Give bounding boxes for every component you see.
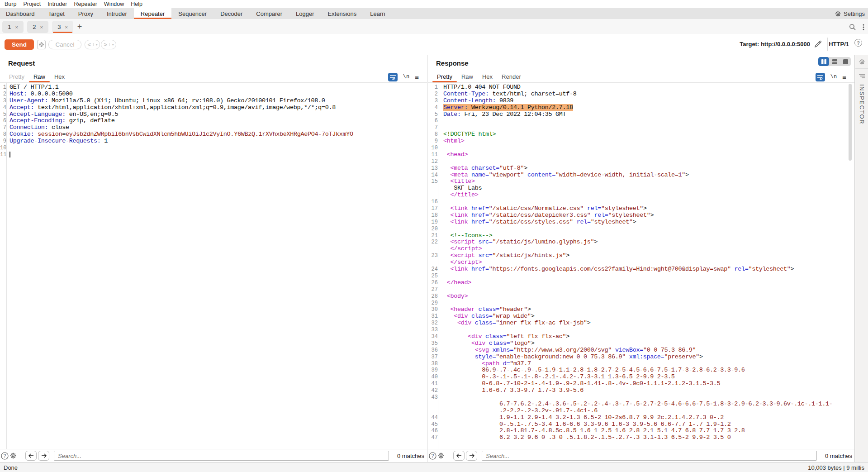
gear-icon [38, 42, 44, 48]
response-panel: ResponsePrettyRawHexRender\n≡1HTTP/1.0 4… [428, 55, 855, 462]
search-next-button[interactable] [466, 451, 477, 461]
menu-help[interactable]: Help [131, 1, 142, 7]
menu-burp[interactable]: Burp [5, 1, 16, 7]
tab-comparer[interactable]: Comparer [249, 8, 289, 19]
tab-target[interactable]: Target [42, 8, 71, 19]
code-line: 28 <body> [428, 293, 854, 300]
view-tabs: PrettyRawHex [5, 71, 69, 82]
inspector-settings-icon[interactable] [859, 58, 865, 65]
code-line: 24 <link href="https://fonts.googleapis.… [428, 266, 854, 273]
inspector-collapse-icon[interactable] [859, 73, 865, 79]
send-button[interactable]: Send [5, 39, 34, 50]
response-editor[interactable]: 1HTTP/1.0 404 NOT FOUND2Content-Type: te… [428, 83, 854, 449]
search-help-icon[interactable]: ? [1, 452, 9, 460]
search-prev-button[interactable] [453, 451, 465, 461]
tab-repeater[interactable]: Repeater [134, 8, 171, 19]
close-tab-icon[interactable]: × [65, 24, 67, 30]
layout-single-button[interactable] [840, 57, 851, 66]
code-line: 29 [428, 300, 854, 307]
menu-repeater[interactable]: Repeater [74, 1, 97, 7]
layout-rows-button[interactable] [829, 57, 840, 66]
search-icon[interactable] [849, 24, 856, 31]
code-line: .2-2.2-.2-3.2v-.91.7-.4c1-.6 [428, 408, 854, 415]
view-tab-render[interactable]: Render [497, 71, 526, 82]
dropdown-arrow-icon: ▼ [109, 43, 116, 46]
tab-decoder[interactable]: Decoder [213, 8, 249, 19]
tab-intruder[interactable]: Intruder [100, 8, 134, 19]
code-line: 9Upgrade-Insecure-Requests: 1 [0, 138, 427, 145]
code-line: 6 [428, 118, 854, 124]
repeater-toolbar: Send Cancel <▼ >▼ Target: http://0.0.0.0… [0, 34, 868, 55]
show-newlines-icon[interactable]: \n [403, 74, 409, 80]
show-newlines-icon[interactable]: \n [830, 74, 837, 80]
svg-text:?: ? [4, 453, 6, 458]
search-input[interactable] [54, 451, 389, 461]
tab-logger[interactable]: Logger [289, 8, 321, 19]
http-version-help-icon[interactable]: ? [854, 39, 862, 47]
word-wrap-icon[interactable] [816, 73, 825, 81]
code-line: 3Content-Length: 9839 [428, 98, 854, 105]
repeater-tab-3[interactable]: 3× [52, 21, 73, 33]
code-line: 18 <link href="/static/css/datepicker3.c… [428, 212, 854, 219]
search-help-icon[interactable]: ? [429, 452, 436, 460]
toolbar-divider [827, 38, 828, 51]
tab-learn[interactable]: Learn [363, 8, 392, 19]
tab-dashboard[interactable]: Dashboard [0, 8, 42, 19]
tab-sequencer[interactable]: Sequencer [171, 8, 213, 19]
code-line: 14 <meta name="viewport" content="width=… [428, 172, 854, 179]
search-bar: ?0 matches [428, 449, 854, 462]
more-menu-icon[interactable] [863, 24, 864, 31]
code-line: 17 <link href="/static/css/Normalize.css… [428, 205, 854, 212]
send-settings-button[interactable] [37, 40, 46, 49]
status-bar: Done 10,003 bytes | 9 millis [0, 462, 868, 472]
tab-extensions[interactable]: Extensions [321, 8, 364, 19]
scrollbar-thumb[interactable] [849, 84, 852, 161]
settings-button[interactable]: Settings [835, 8, 868, 19]
editor-menu-icon[interactable]: ≡ [842, 73, 846, 81]
close-tab-icon[interactable]: × [40, 24, 43, 30]
gear-icon [835, 10, 841, 17]
search-next-button[interactable] [38, 451, 49, 461]
repeater-tab-2[interactable]: 2× [27, 21, 48, 33]
prev-request-button[interactable]: <▼ [85, 40, 100, 49]
code-line: 10 [428, 145, 854, 152]
search-settings-icon[interactable] [9, 452, 17, 459]
code-line: 13 <meta charset="utf-8"> [428, 165, 854, 172]
word-wrap-icon[interactable] [388, 73, 398, 81]
menu-window[interactable]: Window [104, 1, 124, 7]
code-line: 6.7-7.6.2-.2.4-.3.6-.5-.2-.2-.4-.3-.7-.5… [428, 401, 854, 408]
close-tab-icon[interactable]: × [15, 24, 18, 30]
code-line: 19 <link href="/static/css/styles.css" r… [428, 219, 854, 226]
view-tab-raw[interactable]: Raw [29, 71, 50, 82]
code-line: 2Host: 0.0.0.0:5000 [0, 91, 427, 98]
inspector-tab[interactable]: INSPECTOR [859, 84, 865, 124]
menu-bar: BurpProjectIntruderRepeaterWindowHelp [0, 0, 868, 8]
panel-title: Request [8, 59, 35, 67]
code-line: 39 86.9-.7-.4c-.9-.5-1.9-1.1-2.8-1.8-2.7… [428, 367, 854, 374]
search-input[interactable] [482, 451, 817, 461]
code-line: 21 <!--Icons--> [428, 233, 854, 239]
menu-project[interactable]: Project [23, 1, 41, 7]
repeater-tab-1[interactable]: 1× [2, 21, 24, 33]
layout-columns-button[interactable] [818, 57, 829, 66]
view-tab-pretty[interactable]: Pretty [5, 71, 29, 82]
view-tab-hex[interactable]: Hex [50, 71, 69, 82]
next-request-button[interactable]: >▼ [101, 40, 116, 49]
request-editor[interactable]: 1GET / HTTP/1.12Host: 0.0.0.0:50003User-… [0, 83, 427, 449]
view-tab-pretty[interactable]: Pretty [432, 71, 457, 82]
menu-intruder[interactable]: Intruder [47, 1, 67, 7]
tab-proxy[interactable]: Proxy [71, 8, 100, 19]
code-line: 5Accept-Language: en-US,en;q=0.5 [0, 111, 427, 118]
view-tab-raw[interactable]: Raw [457, 71, 478, 82]
edit-target-icon[interactable] [814, 40, 822, 48]
code-line: 26 </head> [428, 280, 854, 286]
code-line: 5Date: Fri, 23 Dec 2022 12:04:35 GMT [428, 111, 854, 118]
new-tab-button[interactable]: + [75, 21, 84, 33]
code-line: 7 [428, 124, 854, 131]
cancel-button[interactable]: Cancel [48, 40, 81, 49]
editor-menu-icon[interactable]: ≡ [415, 73, 419, 81]
code-line: 44 1.9-1.1 2.9-1.4 3.2-1.3 6.5-2 10-2s6.… [428, 415, 854, 421]
search-settings-icon[interactable] [437, 452, 445, 459]
view-tab-hex[interactable]: Hex [478, 71, 497, 82]
search-prev-button[interactable] [25, 451, 37, 461]
